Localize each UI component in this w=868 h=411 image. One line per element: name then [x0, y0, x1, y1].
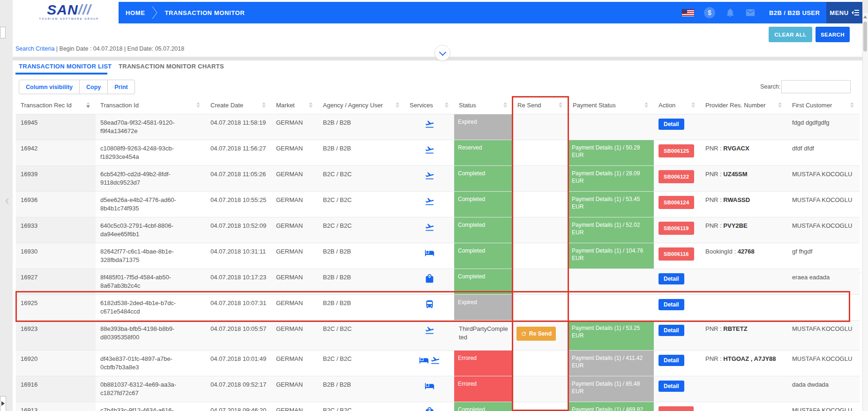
provider-label: PNR : [705, 355, 723, 362]
menu-button[interactable]: MENU [826, 2, 862, 23]
column-header-first-customer[interactable]: First Customer [787, 96, 860, 114]
provider-code-button[interactable]: SB006119 [658, 222, 694, 235]
bell-icon[interactable] [725, 7, 735, 18]
column-header-status[interactable]: Status [454, 96, 513, 114]
cell-transaction-rec-id: 16923 [16, 321, 96, 337]
column-header-label: Services [410, 102, 433, 109]
sort-icon[interactable] [442, 102, 449, 108]
cell-provider-res-number: PNR : RBTETZ [701, 321, 787, 337]
detail-button[interactable]: Detail [658, 273, 684, 284]
cell-provider-res-number: PNR : RVGACX [701, 140, 787, 157]
column-header-transaction-id[interactable]: Transaction Id [96, 96, 206, 114]
status-badge: Completed [454, 217, 513, 243]
payment-status-cell[interactable]: Payment Details (1) / 50.29 EUR [568, 140, 654, 165]
currency-icon[interactable]: $ [704, 7, 715, 18]
column-header-transaction-rec-id[interactable]: Transaction Rec Id [16, 96, 96, 114]
search-button[interactable]: SEARCH [816, 27, 850, 42]
provider-code-button[interactable]: SB006125 [658, 144, 694, 157]
column-header-re-send[interactable]: Re Send [513, 96, 568, 114]
tab-transaction-monitor-charts[interactable]: TRANSACTION MONITOR CHARTS [119, 63, 224, 70]
sort-icon[interactable] [306, 102, 313, 108]
collapse-toggle[interactable] [434, 45, 450, 61]
payment-status-cell[interactable]: Payment Details (1) / 104.76 EUR [568, 243, 654, 269]
cell-market: GERMAN [271, 295, 318, 312]
column-header-agency-agency-user[interactable]: Agency / Agency User [318, 96, 405, 114]
cell-create-date: 04.07.2018 10:17:23 [206, 269, 271, 286]
provider-label: PNR : [705, 196, 723, 203]
scrollbar-thumb[interactable] [863, 22, 867, 52]
payment-status-cell[interactable]: Payment Details (1) / 53.25 EUR [568, 321, 654, 350]
column-header-create-date[interactable]: Create Date [206, 96, 271, 114]
menu-icon [852, 9, 859, 16]
user-label: B2B / B2B USER [769, 9, 820, 16]
cell-market: GERMAN [271, 192, 318, 209]
provider-code-button[interactable]: SB006124 [658, 196, 694, 209]
cell-agency: B2B / B2B [318, 140, 405, 157]
detail-button[interactable]: Detail [658, 299, 684, 310]
column-visibility-button[interactable]: Column visibility [19, 80, 80, 94]
sort-icon[interactable] [688, 102, 695, 108]
hotel-icon [425, 248, 434, 258]
sort-icon[interactable] [775, 102, 782, 108]
search-criteria-line: Search Criteria | Begin Date : 04.07.201… [15, 45, 184, 52]
column-header-label: Action [658, 102, 675, 109]
sort-icon[interactable] [501, 102, 507, 108]
provider-code-button[interactable]: SB006116 [658, 247, 694, 261]
search-criteria-link[interactable]: Search Criteria [15, 45, 54, 52]
vertical-scrollbar[interactable] [862, 13, 868, 411]
cell-first-customer: MUSTAFA KOCOGLU [787, 402, 860, 411]
resend-button[interactable]: Re Send [516, 327, 556, 341]
print-button[interactable]: Print [108, 80, 135, 94]
column-header-provider-res-number[interactable]: Provider Res. Number [701, 96, 787, 114]
tab-transaction-monitor-list[interactable]: TRANSACTION MONITOR LIST [19, 63, 112, 70]
detail-button[interactable]: Detail [658, 355, 684, 366]
sort-icon[interactable] [83, 102, 90, 108]
payment-status-cell[interactable]: Payment Details (1) / 469.82 EGP [568, 402, 654, 411]
sort-icon[interactable] [259, 102, 266, 108]
payment-status-cell[interactable]: Payment Details (1) / 52.02 EUR [568, 217, 654, 243]
payment-status-cell[interactable]: Payment Details (1) / 53.45 EUR [568, 192, 654, 217]
cell-create-date: 04.07.2018 09:52:17 [206, 376, 271, 393]
provider-value: HTGOAZ , A7JY88 [723, 355, 776, 362]
cell-transaction-rec-id: 16930 [16, 243, 96, 260]
cell-first-customer: MUSTAFA KOCOGLU [787, 351, 860, 367]
detail-button[interactable]: Detail [658, 381, 684, 392]
table-search-input[interactable] [781, 80, 851, 93]
us-flag-icon[interactable] [682, 9, 694, 16]
app-logo[interactable]: SAN/// TOURISM SOFTWARE GROUP [26, 3, 112, 22]
cell-market: GERMAN [271, 402, 318, 411]
cell-transaction-rec-id: 16936 [16, 192, 96, 209]
cell-create-date: 04.07.2018 10:31:11 [206, 243, 271, 260]
detail-button[interactable]: Detail [658, 119, 684, 130]
sort-icon[interactable] [847, 102, 854, 108]
payment-status-cell[interactable]: Payment Details (1) / 28.09 EUR [568, 166, 654, 191]
bag-icon [425, 274, 434, 284]
clear-all-button[interactable]: CLEAR ALL [769, 27, 812, 42]
copy-button[interactable]: Copy [80, 80, 108, 94]
sort-icon[interactable] [393, 102, 399, 108]
cell-first-customer: dada dwdada [787, 376, 860, 393]
payment-status-cell[interactable]: Payment Details (1) / 85.48 EUR [568, 376, 654, 402]
cell-market: GERMAN [271, 217, 318, 234]
column-header-payment-status[interactable]: Payment Status [568, 96, 654, 114]
cell-create-date: 04.07.2018 10:52:09 [206, 217, 271, 234]
detail-button[interactable]: Detail [658, 325, 684, 336]
sort-icon[interactable] [642, 102, 648, 108]
home-link[interactable]: HOME [126, 9, 145, 16]
cell-provider-res-number [701, 114, 787, 123]
provider-code-button[interactable]: SB006122 [658, 170, 694, 183]
bag-icon [425, 407, 434, 411]
provider-code-button[interactable]: SB006111 [658, 406, 694, 411]
payment-status-cell[interactable]: Payment Details (1) / 411.42 EUR [568, 351, 654, 376]
mail-icon[interactable] [745, 7, 756, 18]
column-header-label: Agency / Agency User [323, 102, 383, 109]
sort-icon[interactable] [194, 102, 200, 108]
column-header-market[interactable]: Market [271, 96, 318, 114]
sort-icon[interactable] [556, 102, 562, 108]
cell-market: GERMAN [271, 351, 318, 367]
scrollbar-up-icon[interactable] [863, 15, 867, 18]
prev-chevron-icon[interactable]: ‹ [5, 193, 9, 207]
cell-action: Detail [654, 114, 701, 134]
column-header-action[interactable]: Action [654, 96, 701, 114]
column-header-services[interactable]: Services [405, 96, 454, 114]
